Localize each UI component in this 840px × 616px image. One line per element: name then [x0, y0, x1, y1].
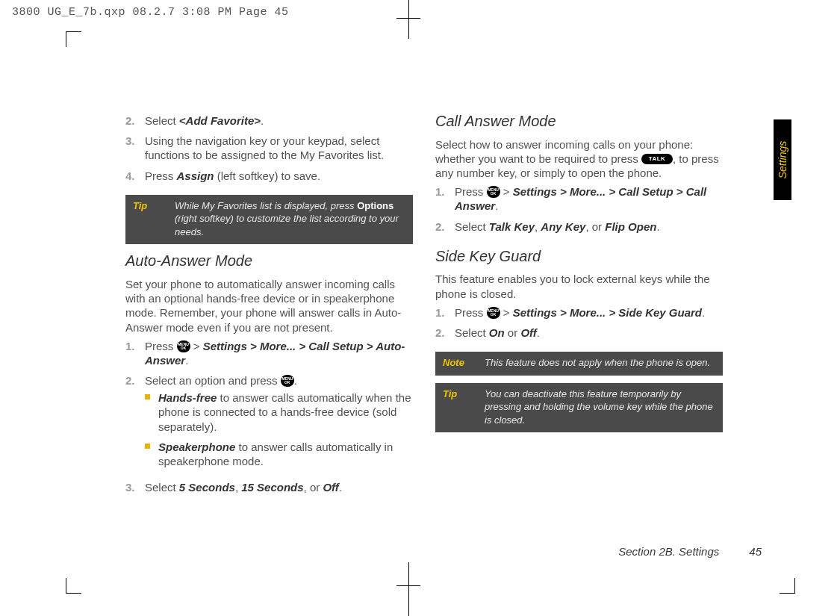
step-list: Press MENUOK > Settings > More... > Side… — [435, 305, 723, 346]
bullet-list: Hands-free to answer calls automatically… — [145, 391, 413, 474]
heading-auto-answer: Auto-Answer Mode — [125, 252, 413, 271]
crop-mark — [66, 31, 81, 47]
heading-side-key-guard: Side Key Guard — [435, 247, 723, 267]
column-right: Call Answer Mode Select how to answer in… — [435, 112, 723, 503]
footer-page-number: 45 — [749, 545, 762, 558]
body-text: This feature enables you to lock externa… — [435, 272, 723, 300]
bullet-item: Speakerphone to answer calls automatical… — [145, 440, 413, 474]
menu-ok-icon: MENUOK — [281, 375, 294, 387]
callout-label: Note — [443, 356, 485, 370]
body-text: Select how to answer incoming calls on y… — [435, 137, 723, 181]
footer-section: Section 2B. Settings — [618, 545, 719, 558]
note-callout: Note This feature does not apply when th… — [435, 352, 723, 376]
step-item: Select On or Off. — [435, 326, 723, 346]
heading-call-answer: Call Answer Mode — [435, 112, 723, 131]
callout-label: Tip — [443, 388, 485, 401]
menu-ok-icon: MENUOK — [487, 307, 500, 319]
page-footer: Section 2B. Settings 45 — [429, 545, 762, 558]
tip-callout: Tip You can deactivate this feature temp… — [435, 383, 723, 433]
menu-ok-icon: MENUOK — [177, 340, 190, 352]
bullet-item: Hands-free to answer calls automatically… — [145, 391, 413, 440]
step-item: Select an option and press MENUOK. Hands… — [125, 373, 413, 480]
talk-icon: TALK — [641, 154, 673, 164]
step-item: Press MENUOK > Settings > More... > Call… — [125, 339, 413, 373]
step-item: Press MENUOK > Settings > More... > Call… — [435, 184, 723, 219]
step-list: Select <Add Favorite>. Using the navigat… — [125, 113, 413, 189]
column-left: Select <Add Favorite>. Using the navigat… — [125, 112, 413, 503]
callout-text: While My Favorites list is displayed, pr… — [175, 199, 405, 239]
step-list: Press MENUOK > Settings > More... > Call… — [125, 339, 413, 501]
step-item: Press Assign (left softkey) to save. — [125, 169, 413, 189]
callout-text: This feature does not apply when the pho… — [485, 356, 715, 370]
section-tab: Settings — [774, 119, 791, 200]
step-item: Select Talk Key, Any Key, or Flip Open. — [435, 220, 723, 240]
crop-mark — [66, 578, 81, 594]
menu-ok-icon: MENUOK — [487, 186, 500, 198]
crop-mark — [780, 578, 795, 594]
step-list: Press MENUOK > Settings > More... > Call… — [435, 184, 723, 240]
callout-label: Tip — [133, 199, 175, 213]
tip-callout: Tip While My Favorites list is displayed… — [125, 195, 413, 245]
section-tab-label: Settings — [777, 141, 788, 179]
step-item: Select 5 Seconds, 15 Seconds, or Off. — [125, 480, 413, 500]
step-item: Press MENUOK > Settings > More... > Side… — [435, 305, 723, 326]
page-content: Select <Add Favorite>. Using the navigat… — [125, 112, 723, 503]
step-item: Using the navigation key or your keypad,… — [125, 134, 413, 168]
body-text: Set your phone to automatically answer i… — [125, 277, 413, 335]
callout-text: You can deactivate this feature temporar… — [485, 388, 715, 427]
slugline: 3800 UG_E_7b.qxp 08.2.7 3:08 PM Page 45 — [12, 6, 289, 19]
step-item: Select <Add Favorite>. — [125, 113, 413, 134]
